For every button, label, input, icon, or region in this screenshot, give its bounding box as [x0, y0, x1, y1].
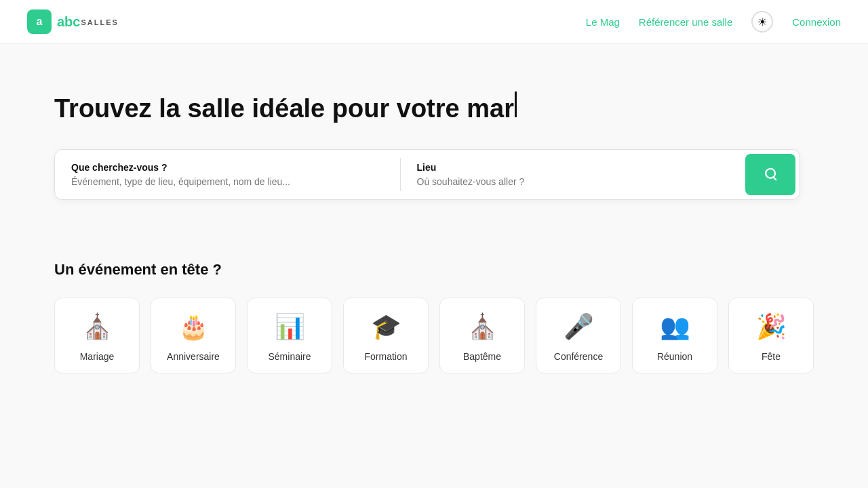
search-what-label: Que cherchez-vous ? — [71, 162, 384, 173]
event-label-bapteme: Baptême — [463, 351, 501, 362]
logo-salles: SALLES — [81, 18, 118, 26]
event-icon-formation: 🎓 — [371, 312, 401, 342]
search-icon — [763, 167, 778, 182]
event-label-mariage: Mariage — [80, 351, 115, 362]
event-card-fete[interactable]: 🎉Fête — [728, 298, 814, 373]
event-card-seminaire[interactable]: 📊Séminaire — [247, 298, 332, 373]
event-label-formation: Formation — [364, 351, 407, 362]
event-icon-bapteme: ⛪ — [467, 312, 498, 342]
event-icon-fete: 🎉 — [756, 312, 787, 342]
logo-text: abcSALLES — [57, 14, 119, 30]
search-button[interactable] — [745, 154, 795, 195]
nav-mag[interactable]: Le Mag — [586, 16, 620, 28]
search-where-input[interactable] — [417, 176, 730, 187]
event-label-seminaire: Séminaire — [268, 351, 311, 362]
event-icon-anniversaire: 🎂 — [178, 312, 209, 342]
event-card-conference[interactable]: 🎤Conférence — [536, 298, 621, 373]
event-label-reunion: Réunion — [657, 351, 692, 362]
event-card-formation[interactable]: 🎓Formation — [343, 298, 429, 373]
events-section: Un événement en tête ? ⛪Mariage🎂Annivers… — [27, 220, 841, 401]
search-what-input[interactable] — [71, 176, 384, 187]
event-icon-seminaire: 📊 — [275, 312, 305, 342]
event-card-anniversaire[interactable]: 🎂Anniversaire — [151, 298, 236, 373]
event-card-bapteme[interactable]: ⛪Baptême — [439, 298, 525, 373]
event-icon-reunion: 👥 — [660, 312, 690, 342]
event-card-mariage[interactable]: ⛪Mariage — [54, 298, 140, 373]
event-icon-mariage: ⛪ — [82, 312, 113, 342]
connexion-button[interactable]: Connexion — [792, 16, 841, 28]
search-where-label: Lieu — [417, 162, 730, 173]
logo[interactable]: a abcSALLES — [27, 9, 119, 34]
cursor — [515, 92, 517, 117]
logo-icon: a — [27, 9, 52, 34]
search-bar: Que cherchez-vous ? Lieu — [54, 149, 800, 200]
search-where-field[interactable]: Lieu — [401, 150, 746, 199]
logo-abc: abc — [57, 14, 80, 29]
events-section-title: Un événement en tête ? — [54, 261, 814, 279]
nav-referencer[interactable]: Référencer une salle — [639, 16, 732, 28]
hero-title: Trouvez la salle idéale pour votre mar — [54, 92, 814, 125]
event-label-fete: Fête — [762, 351, 781, 362]
event-label-anniversaire: Anniversaire — [167, 351, 220, 362]
events-grid: ⛪Mariage🎂Anniversaire📊Séminaire🎓Formatio… — [54, 298, 814, 373]
event-label-conference: Conférence — [554, 351, 603, 362]
event-icon-conference: 🎤 — [564, 312, 594, 342]
event-card-reunion[interactable]: 👥Réunion — [632, 298, 717, 373]
theme-toggle-button[interactable]: ☀ — [751, 11, 773, 33]
hero-section: Trouvez la salle idéale pour votre mar Q… — [27, 44, 841, 220]
search-what-field[interactable]: Que cherchez-vous ? — [55, 150, 400, 199]
main-nav: Le Mag Référencer une salle ☀ Connexion — [586, 11, 841, 33]
